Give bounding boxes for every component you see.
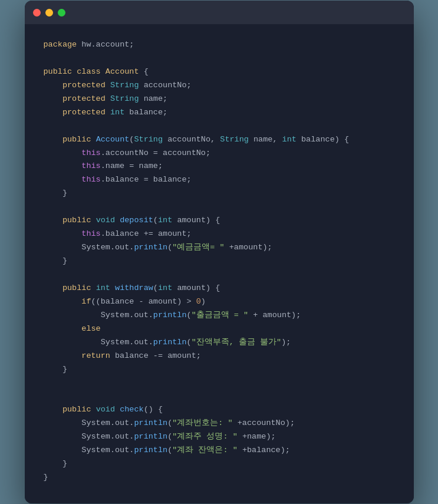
code-line-27: [44, 390, 395, 403]
code-line-25: }: [44, 363, 395, 377]
close-button[interactable]: [33, 9, 41, 17]
code-line-3: public class Account {: [44, 65, 395, 79]
code-line-14: public void deposit(int amount) {: [44, 214, 395, 228]
code-line-9: this.accountNo = accountNo;: [44, 147, 395, 160]
code-line-29: System.out.println("계좌번호는: " +accountNo)…: [44, 417, 395, 430]
code-line-17: }: [44, 255, 395, 268]
code-line-28: public void check() {: [44, 403, 395, 417]
code-line-18: [44, 268, 395, 282]
code-line-6: protected int balance;: [44, 106, 395, 120]
code-line-11: this.balance = balance;: [44, 173, 395, 187]
code-line-21: System.out.println("출금금액 = " + amount);: [44, 309, 395, 322]
minimize-button[interactable]: [45, 9, 53, 17]
code-line-8: public Account(String accountNo, String …: [44, 133, 395, 147]
code-line-20: if((balance - amount) > 0): [44, 295, 395, 309]
code-line-1: package hw.account;: [44, 38, 395, 52]
code-line-19: public int withdraw(int amount) {: [44, 282, 395, 295]
maximize-button[interactable]: [58, 9, 65, 17]
code-editor: package hw.account; public class Account…: [25, 24, 414, 503]
code-line-13: [44, 200, 395, 214]
code-line-7: [44, 120, 395, 133]
code-line-15: this.balance += amount;: [44, 228, 395, 241]
editor-window: package hw.account; public class Account…: [25, 1, 414, 503]
code-line-23: System.out.println("잔액부족, 출금 불가");: [44, 336, 395, 350]
titlebar: [25, 1, 414, 24]
code-line-24: return balance -= amount;: [44, 350, 395, 363]
code-line-26: [44, 376, 395, 390]
code-line-4: protected String accountNo;: [44, 79, 395, 93]
code-line-31: System.out.println("계좌 잔액은: " +balance);: [44, 444, 395, 457]
code-line-12: }: [44, 187, 395, 200]
code-line-30: System.out.println("계좌주 성명: " +name);: [44, 430, 395, 444]
code-line-16: System.out.println("예금금액= " +amount);: [44, 241, 395, 255]
code-line-32: }: [44, 457, 395, 471]
code-line-2: [44, 52, 395, 65]
code-line-10: this.name = name;: [44, 160, 395, 173]
code-line-5: protected String name;: [44, 93, 395, 106]
code-line-22: else: [44, 322, 395, 336]
code-line-33: }: [44, 471, 395, 485]
